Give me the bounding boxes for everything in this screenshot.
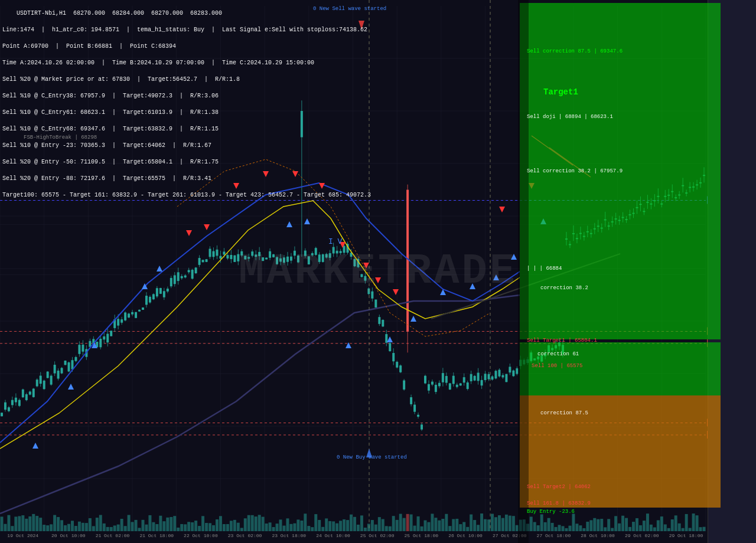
- header-line11: Sell %20 @ Entry -88: 72197.6 | Target:6…: [2, 175, 211, 182]
- green-zone-bottom: [520, 342, 721, 395]
- header-line7: Sell %10 @ C_Entry61: 68623.1 | Target:6…: [2, 109, 219, 116]
- header-line6: Sell %10 @ C_Entry38: 67957.9 | Target:4…: [2, 93, 219, 99]
- header-line8: Sell %10 @ C_Entry68: 69347.6 | Target:6…: [2, 126, 219, 132]
- time-separator-col: [518, 0, 529, 543]
- header-line3: Point A:69700 | Point B:66881 | Point C:…: [2, 43, 176, 50]
- header-line9: Sell %10 @ Entry -23: 70365.3 | Target:6…: [2, 142, 211, 149]
- header-line1: USDTIRT-Nbi,H1 68270.000 68284.000 68270…: [17, 10, 222, 17]
- header-line10: Sell %20 @ Entry -50: 71109.5 | Target:6…: [2, 159, 219, 165]
- header-line12: Target100: 65575 - Target 161: 63832.9 -…: [2, 192, 371, 198]
- header-line5: Sell %20 @ Market price or at: 67830 | T…: [2, 76, 240, 83]
- header-line2: Line:1474 | h1_atr_c0: 194.8571 | tema_h…: [2, 27, 367, 33]
- green-zone-top: [520, 3, 721, 339]
- header-line4: Time A:2024.10.26 02:00:00 | Time B:2024…: [2, 60, 314, 66]
- top-info: USDTIRT-Nbi,H1 68270.000 68284.000 68270…: [2, 1, 371, 208]
- orange-zone: [520, 395, 721, 508]
- chart-container: MARKETRADE USDTIRT-Nbi,H1 68270.000 6828…: [0, 0, 756, 543]
